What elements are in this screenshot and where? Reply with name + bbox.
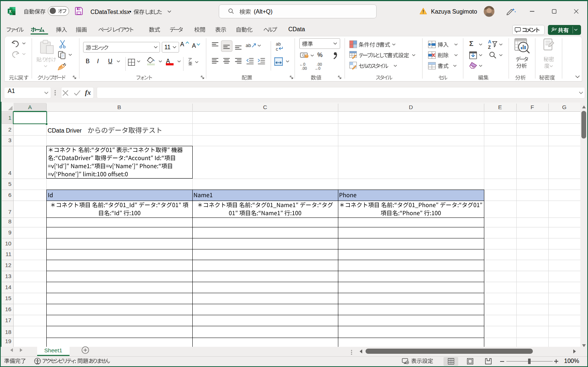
- svg-text:ab: ab: [276, 42, 281, 47]
- svg-text:→0: →0: [314, 66, 321, 71]
- svg-text:ab: ab: [246, 43, 251, 48]
- svg-text:c: c: [276, 47, 278, 52]
- svg-text:A: A: [488, 39, 491, 44]
- svg-text:X: X: [9, 9, 11, 14]
- svg-text:Z: Z: [488, 45, 491, 50]
- svg-text:.00: .00: [302, 66, 307, 71]
